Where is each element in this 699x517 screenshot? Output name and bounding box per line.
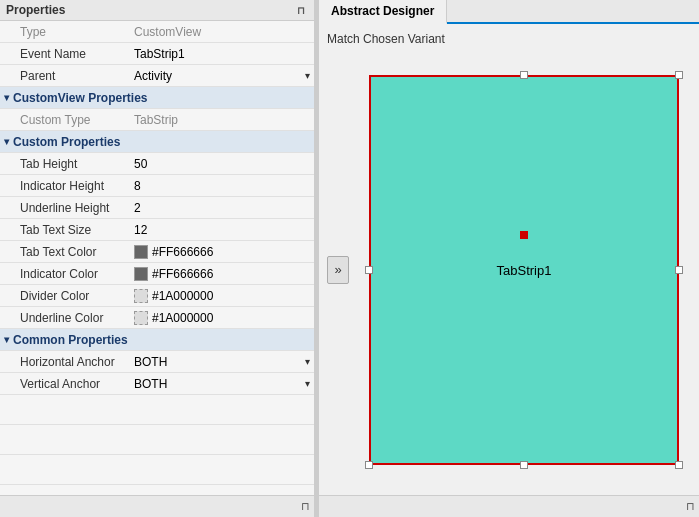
prop-label-custom-type: Custom Type (0, 111, 130, 129)
handle-right-center[interactable] (675, 266, 683, 274)
prop-label-indicator-height: Indicator Height (0, 177, 130, 195)
prop-row-tab-height: Tab Height 50 (0, 153, 314, 175)
match-label: Match Chosen Variant (327, 32, 691, 46)
handle-top-center[interactable] (520, 71, 528, 79)
handle-top-right[interactable] (675, 71, 683, 79)
designer-area: » TabStrip1 (327, 52, 691, 487)
prop-value-tab-text-color[interactable]: #FF666666 (130, 243, 314, 261)
prop-label-event-name: Event Name (0, 45, 130, 63)
prop-label-indicator-color: Indicator Color (0, 265, 130, 283)
prop-row-indicator-color: Indicator Color #FF666666 (0, 263, 314, 285)
horizontal-anchor-arrow[interactable]: ▾ (305, 356, 310, 367)
prop-label-divider-color: Divider Color (0, 287, 130, 305)
prop-value-custom-type: TabStrip (130, 111, 314, 129)
prop-value-tab-height[interactable]: 50 (130, 155, 314, 173)
left-panel-bottom-bar: ⊓ (0, 495, 314, 517)
prop-label-underline-height: Underline Height (0, 199, 130, 217)
section-triangle-custom-icon: ▾ (4, 136, 9, 147)
properties-panel: Properties ⊓ Type CustomView Event Name … (0, 0, 315, 517)
prop-label-tab-height: Tab Height (0, 155, 130, 173)
indicator-color-swatch (134, 267, 148, 281)
prop-label-parent: Parent (0, 67, 130, 85)
section-label-customview: CustomView Properties (13, 91, 147, 105)
prop-value-underline-height[interactable]: 2 (130, 199, 314, 217)
prop-value-type: CustomView (130, 23, 314, 41)
panel-title: Properties (6, 3, 65, 17)
tab-bar: Abstract Designer (319, 0, 699, 24)
tab-text-color-value: #FF666666 (152, 245, 213, 259)
prop-row-spacer2 (0, 425, 314, 455)
prop-row-divider-color: Divider Color #1A000000 (0, 285, 314, 307)
section-triangle-icon: ▾ (4, 92, 9, 103)
parent-value-text: Activity (134, 69, 172, 83)
tab-text-color-swatch (134, 245, 148, 259)
prop-row-underline-color: Underline Color #1A000000 (0, 307, 314, 329)
underline-color-swatch (134, 311, 148, 325)
prop-row-tab-text-color: Tab Text Color #FF666666 (0, 241, 314, 263)
designer-content: Match Chosen Variant » TabStrip1 (319, 24, 699, 495)
handle-red-dot[interactable] (520, 231, 528, 239)
panel-header: Properties ⊓ (0, 0, 314, 21)
section-label-common: Common Properties (13, 333, 128, 347)
vertical-anchor-arrow[interactable]: ▾ (305, 378, 310, 389)
section-customview-properties[interactable]: ▾ CustomView Properties (0, 87, 314, 109)
handle-bottom-center[interactable] (520, 461, 528, 469)
handle-bottom-left[interactable] (365, 461, 373, 469)
section-label-custom: Custom Properties (13, 135, 120, 149)
prop-row-parent: Parent Activity ▾ (0, 65, 314, 87)
prop-label-tab-text-color: Tab Text Color (0, 243, 130, 261)
prop-row-type: Type CustomView (0, 21, 314, 43)
prop-row-custom-type: Custom Type TabStrip (0, 109, 314, 131)
section-triangle-common-icon: ▾ (4, 334, 9, 345)
pin-icon[interactable]: ⊓ (294, 3, 308, 17)
vertical-anchor-text: BOTH (134, 377, 167, 391)
prop-row-event-name: Event Name TabStrip1 (0, 43, 314, 65)
chevron-button[interactable]: » (327, 256, 349, 284)
prop-value-tab-text-size[interactable]: 12 (130, 221, 314, 239)
prop-label-type: Type (0, 23, 130, 41)
prop-label-vertical-anchor: Vertical Anchor (0, 375, 130, 393)
prop-value-divider-color[interactable]: #1A000000 (130, 287, 314, 305)
divider-color-value: #1A000000 (152, 289, 213, 303)
prop-label-tab-text-size: Tab Text Size (0, 221, 130, 239)
prop-value-indicator-height[interactable]: 8 (130, 177, 314, 195)
prop-row-vertical-anchor: Vertical Anchor BOTH ▾ (0, 373, 314, 395)
prop-label-horizontal-anchor: Horizontal Anchor (0, 353, 130, 371)
right-panel-bottom-bar: ⊓ (319, 495, 699, 517)
prop-row-spacer (0, 395, 314, 425)
prop-row-indicator-height: Indicator Height 8 (0, 175, 314, 197)
prop-value-indicator-color[interactable]: #FF666666 (130, 265, 314, 283)
section-custom-properties[interactable]: ▾ Custom Properties (0, 131, 314, 153)
widget-label: TabStrip1 (497, 262, 552, 277)
parent-dropdown-arrow[interactable]: ▾ (305, 70, 310, 81)
prop-label-underline-color: Underline Color (0, 309, 130, 327)
tab-abstract-designer[interactable]: Abstract Designer (319, 0, 447, 24)
horizontal-anchor-text: BOTH (134, 355, 167, 369)
prop-value-parent[interactable]: Activity ▾ (130, 67, 314, 85)
widget-container[interactable]: TabStrip1 (369, 75, 679, 465)
properties-table: Type CustomView Event Name TabStrip1 Par… (0, 21, 314, 495)
divider-color-swatch (134, 289, 148, 303)
right-pin-icon[interactable]: ⊓ (686, 500, 695, 513)
prop-row-spacer3 (0, 455, 314, 485)
prop-row-horizontal-anchor: Horizontal Anchor BOTH ▾ (0, 351, 314, 373)
section-common-properties[interactable]: ▾ Common Properties (0, 329, 314, 351)
abstract-designer-panel: Abstract Designer Match Chosen Variant »… (319, 0, 699, 517)
panel-header-icons: ⊓ (294, 3, 308, 17)
indicator-color-value: #FF666666 (152, 267, 213, 281)
prop-value-event-name[interactable]: TabStrip1 (130, 45, 314, 63)
prop-value-vertical-anchor[interactable]: BOTH ▾ (130, 375, 314, 393)
prop-value-horizontal-anchor[interactable]: BOTH ▾ (130, 353, 314, 371)
prop-row-tab-text-size: Tab Text Size 12 (0, 219, 314, 241)
underline-color-value: #1A000000 (152, 311, 213, 325)
handle-left-center[interactable] (365, 266, 373, 274)
prop-value-underline-color[interactable]: #1A000000 (130, 309, 314, 327)
bottom-pin-icon[interactable]: ⊓ (301, 500, 310, 513)
handle-bottom-right[interactable] (675, 461, 683, 469)
prop-row-underline-height: Underline Height 2 (0, 197, 314, 219)
